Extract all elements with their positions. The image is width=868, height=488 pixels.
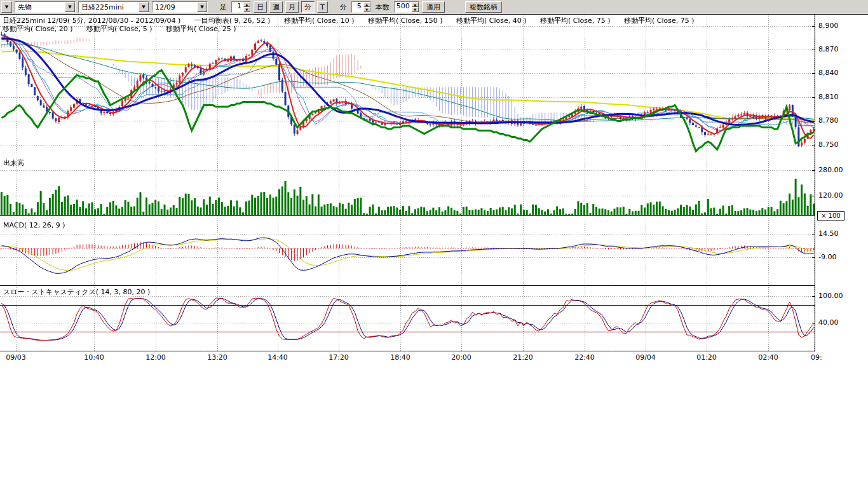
bar-count-label: 本数 bbox=[374, 3, 391, 12]
price-axis-label: 8,840 bbox=[818, 69, 839, 77]
chart-application-window: { "toolbar": { "panel_toggle": "▼", "mar… bbox=[0, 0, 868, 488]
period-tick-button[interactable]: T bbox=[317, 1, 328, 13]
x-axis-label: 09/03 bbox=[6, 353, 26, 362]
x-axis-label: 12:00 bbox=[146, 353, 166, 362]
chart-region: 日経225mini 12/09( 5分, 2012/08/30 - 2012/0… bbox=[0, 15, 868, 370]
volume-multiplier-badge: × 100 bbox=[817, 211, 844, 220]
contract-select-value: 12/09 bbox=[153, 3, 178, 11]
price-axis-label: 8,810 bbox=[818, 93, 839, 101]
spin-up-icon[interactable]: ▲ bbox=[412, 2, 419, 7]
macd-axis-label: 14.50 bbox=[818, 229, 839, 238]
price-axis-label: 8,900 bbox=[818, 22, 839, 30]
spin-down-icon[interactable]: ▼ bbox=[243, 7, 250, 12]
x-axis-label: 13:20 bbox=[207, 353, 227, 362]
period-tick-label: T bbox=[320, 3, 325, 11]
period-month-label: 月 bbox=[288, 3, 295, 12]
x-axis-label: 22:40 bbox=[574, 353, 595, 362]
price-axis-label: 8,780 bbox=[818, 116, 839, 125]
macd-axis-label: -9.00 bbox=[818, 253, 836, 261]
period-day-button[interactable]: 日 bbox=[254, 1, 267, 13]
x-axis-label: 14:40 bbox=[268, 353, 288, 362]
chevron-down-icon[interactable]: ▼ bbox=[139, 2, 149, 12]
multi-symbol-button-label: 複数銘柄 bbox=[470, 3, 498, 12]
x-axis-label: 09: bbox=[811, 353, 822, 362]
chart-canvas[interactable] bbox=[0, 15, 815, 351]
interval-value: 1 bbox=[232, 2, 243, 12]
stoch-axis-label: 40.00 bbox=[818, 318, 839, 327]
bar-count-value: 500 bbox=[395, 2, 412, 12]
spin-down-icon[interactable]: ▼ bbox=[363, 7, 370, 12]
market-select[interactable]: 先物 ▼ bbox=[15, 1, 76, 13]
spin-up-icon[interactable]: ▲ bbox=[243, 2, 250, 7]
symbol-select-value: 日経225mini bbox=[79, 3, 126, 12]
volume-axis-label: 120.00 bbox=[818, 191, 843, 200]
spin-down-icon[interactable]: ▼ bbox=[412, 7, 419, 12]
bar-count-stepper[interactable]: 500 ▲▼ bbox=[394, 1, 419, 13]
stoch-axis-label: 100.00 bbox=[818, 292, 843, 300]
price-axis-label: 8,870 bbox=[818, 45, 839, 53]
contract-select[interactable]: 12/09 ▼ bbox=[152, 1, 208, 13]
apply-button[interactable]: 適用 bbox=[422, 1, 445, 13]
minute-stepper[interactable]: 5 ▲▼ bbox=[351, 1, 371, 13]
top-toolbar: ▼ 先物 ▼ 日経225mini ▼ 12/09 ▼ 足 1 ▲▼ 日 週 月 … bbox=[0, 0, 868, 14]
period-minute-button[interactable]: 分 bbox=[301, 1, 315, 13]
minute-label: 分 bbox=[338, 3, 349, 12]
x-axis-label: 21:20 bbox=[513, 353, 533, 362]
x-axis-label: 20:00 bbox=[451, 353, 471, 362]
spin-up-icon[interactable]: ▲ bbox=[363, 2, 370, 7]
period-minute-label: 分 bbox=[304, 3, 311, 12]
period-week-button[interactable]: 週 bbox=[269, 1, 283, 13]
x-axis-label: 09/04 bbox=[635, 353, 656, 362]
x-axis-label: 10:40 bbox=[84, 353, 104, 362]
chevron-down-icon: ▼ bbox=[5, 4, 8, 10]
period-week-label: 週 bbox=[273, 3, 280, 12]
price-axis-label: 8,750 bbox=[818, 140, 839, 149]
x-axis-label: 18:40 bbox=[390, 353, 410, 362]
apply-button-label: 適用 bbox=[426, 3, 440, 12]
interval-stepper[interactable]: 1 ▲▼ bbox=[231, 1, 251, 13]
chevron-down-icon[interactable]: ▼ bbox=[65, 2, 75, 12]
multi-symbol-button[interactable]: 複数銘柄 bbox=[465, 1, 502, 13]
bar-type-label: 足 bbox=[218, 3, 229, 12]
volume-axis-label: 280.00 bbox=[818, 166, 843, 174]
minute-value: 5 bbox=[352, 2, 363, 12]
period-day-label: 日 bbox=[257, 3, 264, 12]
panel-toggle-button[interactable]: ▼ bbox=[1, 1, 12, 13]
market-select-value: 先物 bbox=[15, 3, 34, 12]
x-axis-label: 17:20 bbox=[329, 353, 349, 362]
chevron-down-icon[interactable]: ▼ bbox=[197, 2, 207, 12]
x-axis-label: 02:40 bbox=[758, 353, 778, 362]
symbol-select[interactable]: 日経225mini ▼ bbox=[78, 1, 149, 13]
x-axis-label: 01:20 bbox=[696, 353, 717, 362]
period-month-button[interactable]: 月 bbox=[285, 1, 299, 13]
